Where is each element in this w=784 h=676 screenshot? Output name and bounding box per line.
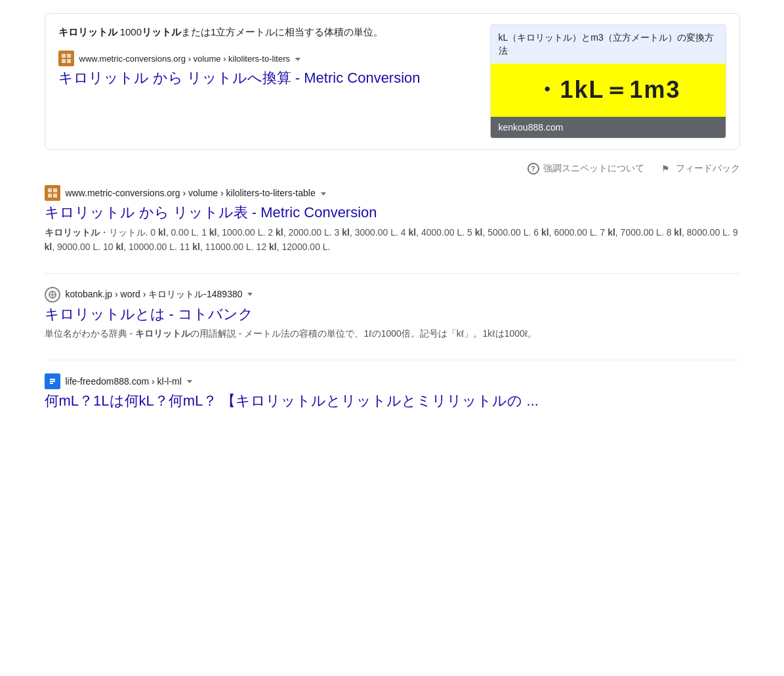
snippet-right: kL（キロリットル）とm3（立方メートル）の変換方法 ・1kL＝1m3 kenk… — [490, 24, 726, 138]
svg-rect-5 — [53, 188, 57, 192]
svg-rect-4 — [48, 188, 52, 192]
result-3-title-link[interactable]: 何mL？1Lは何kL？何mL？ 【キロリットルとリットルとミリリットルの ... — [45, 392, 740, 411]
snippet-source: www.metric-conversions.org › volume › ki… — [58, 51, 470, 66]
snippet-result-link[interactable]: キロリットル から リットルへ換算 - Metric Conversion — [58, 69, 470, 88]
kenkou-card: kL（キロリットル）とm3（立方メートル）の変換方法 ・1kL＝1m3 kenk… — [490, 24, 726, 138]
dropdown-arrow[interactable] — [295, 58, 300, 61]
snippet-info-label: 強調スニペットについて — [543, 163, 644, 175]
snippet-info-button[interactable]: ? 強調スニペットについて — [527, 163, 644, 175]
search-result-3: life-freedom888.com › kl-l-ml 何mL？1Lは何kL… — [45, 373, 740, 411]
result-2-snippet: 単位名がわかる辞典 - キロリットルの用語解説 - メートル法の容積の単位で、1… — [45, 326, 740, 341]
snippet-text-2: 1000 — [117, 26, 142, 37]
featured-snippet-card: キロリットル 1000リットルまたは1立方メートルに相当する体積の単位。 www… — [45, 13, 740, 150]
site-icon-orange — [58, 51, 74, 66]
divider-1 — [45, 273, 740, 274]
result-1-title-link[interactable]: キロリットル から リットル表 - Metric Conversion — [45, 203, 740, 222]
result-1-snippet: キロリットル・リットル. 0 kl, 0.00 L. 1 kl, 1000.00… — [45, 225, 740, 255]
svg-rect-14 — [50, 383, 53, 384]
kenkou-card-formula: ・1kL＝1m3 — [491, 64, 726, 117]
flag-icon: ⚑ — [660, 163, 672, 175]
svg-rect-1 — [67, 54, 71, 58]
search-result-1: www.metric-conversions.org › volume › ki… — [45, 185, 740, 254]
info-bar: ? 強調スニペットについて ⚑ フィードバック — [45, 163, 740, 175]
svg-rect-6 — [48, 194, 52, 198]
feedback-button[interactable]: ⚑ フィードバック — [660, 163, 740, 175]
snippet-bold-1: キロリットル — [58, 26, 117, 37]
svg-rect-0 — [62, 54, 66, 58]
result-1-dropdown[interactable] — [321, 192, 326, 196]
result-2-site-icon — [45, 287, 60, 303]
kenkou-card-footer: kenkou888.com — [491, 117, 726, 138]
kenkou-card-header: kL（キロリットル）とm3（立方メートル）の変換方法 — [491, 25, 726, 64]
snippet-text-3: または1立方メートルに相当する体積の単位。 — [181, 26, 383, 37]
result-2-domain: kotobank.jp › word › キロリットル-1489380 — [66, 289, 253, 301]
result-3-domain: life-freedom888.com › kl-l-ml — [66, 376, 192, 387]
result-3-site-icon — [45, 373, 60, 389]
svg-rect-7 — [53, 194, 57, 198]
search-result-2: kotobank.jp › word › キロリットル-1489380 キロリッ… — [45, 287, 740, 341]
snippet-source-url: www.metric-conversions.org › volume › ki… — [79, 54, 300, 64]
result-2-dropdown[interactable] — [247, 293, 253, 296]
result-2-meta: kotobank.jp › word › キロリットル-1489380 — [45, 287, 740, 303]
result-3-meta: life-freedom888.com › kl-l-ml — [45, 373, 740, 389]
feedback-label: フィードバック — [676, 163, 740, 175]
svg-rect-13 — [50, 381, 55, 382]
result-3-dropdown[interactable] — [187, 380, 192, 383]
svg-rect-3 — [67, 59, 71, 63]
svg-rect-12 — [50, 379, 55, 380]
divider-2 — [45, 360, 740, 360]
svg-rect-2 — [62, 59, 66, 63]
snippet-left: キロリットル 1000リットルまたは1立方メートルに相当する体積の単位。 www… — [58, 24, 470, 88]
question-icon: ? — [527, 163, 539, 175]
result-1-domain: www.metric-conversions.org › volume › ki… — [66, 188, 326, 198]
snippet-text: キロリットル 1000リットルまたは1立方メートルに相当する体積の単位。 — [58, 24, 470, 40]
snippet-bold-2: リットル — [142, 26, 181, 37]
result-1-meta: www.metric-conversions.org › volume › ki… — [45, 185, 740, 201]
result-2-title-link[interactable]: キロリットルとは - コトバンク — [45, 305, 740, 324]
result-1-snippet-bold: キロリットル — [45, 227, 100, 238]
result-1-site-icon — [45, 185, 60, 201]
page-wrapper: キロリットル 1000リットルまたは1立方メートルに相当する体積の単位。 www… — [31, 13, 753, 410]
